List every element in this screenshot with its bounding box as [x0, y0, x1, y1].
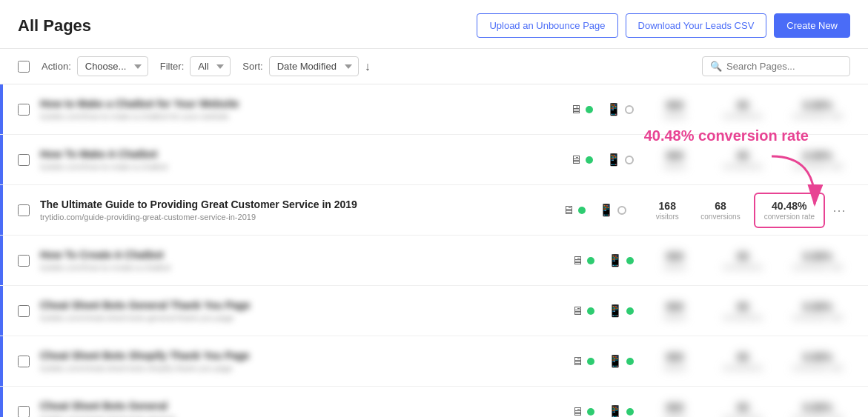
- desktop-device-group: 🖥: [570, 153, 593, 167]
- row-checkbox[interactable]: [18, 406, 30, 418]
- row-wrapper-row5: Cheat Sheet Bots General Thank You Paget…: [0, 286, 868, 336]
- sort-direction-icon[interactable]: ↓: [365, 60, 371, 73]
- page-header: All Pages Upload an Unbounce Page Downlo…: [0, 0, 868, 49]
- row-wrapper-row4: How To Create A Chatbottrytidio.com/how-…: [0, 236, 868, 286]
- blurred-conversions: 99 conversions: [715, 150, 769, 170]
- blurred-conversions: 99 conversions: [715, 401, 769, 418]
- desktop-device-group: 🖥: [572, 304, 594, 318]
- row-title: Cheat Sheet Bots Shopify Thank You Page: [40, 350, 557, 361]
- table-row-row3[interactable]: The Ultimate Guide to Providing Great Cu…: [0, 185, 868, 236]
- blurred-stats: 999 visitors 99 conversions 9.99% conver…: [649, 250, 850, 271]
- row-wrapper-row6: Cheat Sheet Bots Shopify Thank You Paget…: [0, 336, 868, 387]
- mobile-icon: 📱: [606, 102, 621, 116]
- toolbar-left: Action: Choose... Filter: All Sort: Date…: [18, 56, 702, 76]
- row-title: How to Make a Chatbot for Your Website: [40, 98, 555, 110]
- row-accent-bar: [0, 387, 3, 417]
- row-devices: 🖥 📱: [572, 253, 634, 267]
- page-title: All Pages: [18, 16, 91, 36]
- table-row-row6[interactable]: Cheat Sheet Bots Shopify Thank You Paget…: [0, 336, 868, 387]
- desktop-icon: 🖥: [563, 204, 574, 217]
- blurred-rate: 9.99% conversion rate: [785, 250, 850, 271]
- mobile-status-dot: [617, 206, 626, 215]
- row-wrapper-row7: Cheat Sheet Bots Generaltrytidio.com/che…: [0, 387, 868, 417]
- row-content: How To Make A Chatbottrytidio.com/how-to…: [40, 148, 555, 171]
- desktop-icon: 🖥: [570, 153, 582, 167]
- conversion-rate-stat: 40.48% conversion rate: [754, 193, 825, 228]
- mobile-status-dot: [625, 156, 634, 164]
- blurred-visitors: 999 visitors: [649, 401, 700, 418]
- row-more-button[interactable]: ⋯: [832, 202, 850, 218]
- row-accent-bar: [0, 286, 3, 336]
- mobile-device-group: 📱: [606, 102, 634, 116]
- blurred-conversions: 99 conversions: [715, 301, 769, 321]
- download-leads-button[interactable]: Download Your Leads CSV: [626, 13, 767, 38]
- row-url: trytidio.com/how-to-make-a-chatbot: [40, 162, 555, 171]
- row-wrapper-row2: 40.48% conversion rate How To Make A Cha…: [0, 135, 868, 185]
- row-stats: 999 visitors 99 conversions 9.99% conver…: [649, 351, 850, 372]
- table-row-row5[interactable]: Cheat Sheet Bots General Thank You Paget…: [0, 286, 868, 336]
- row-stats: 999 visitors 99 conversions 9.99% conver…: [649, 99, 850, 120]
- action-dropdown[interactable]: Choose...: [77, 56, 148, 76]
- row-checkbox[interactable]: [18, 255, 30, 267]
- desktop-icon: 🖥: [572, 405, 583, 418]
- row-title: Cheat Sheet Bots General: [40, 400, 557, 412]
- blurred-stats: 999 visitors 99 conversions 9.99% conver…: [649, 150, 850, 170]
- mobile-icon: 📱: [599, 203, 614, 217]
- row-checkbox[interactable]: [18, 204, 30, 216]
- row-accent-bar: [0, 135, 3, 184]
- table-row-row7[interactable]: Cheat Sheet Bots Generaltrytidio.com/che…: [0, 387, 868, 417]
- select-all-checkbox[interactable]: [18, 61, 30, 73]
- row-checkbox[interactable]: [18, 305, 30, 317]
- blurred-visitors: 999 visitors: [649, 301, 700, 321]
- row-content: How To Create A Chatbottrytidio.com/how-…: [40, 249, 557, 272]
- conversion-rate-value: 40.48%: [764, 200, 815, 212]
- visitors-stat: 168 visitors: [641, 200, 693, 221]
- toolbar: Action: Choose... Filter: All Sort: Date…: [0, 49, 868, 84]
- row-content: Cheat Sheet Bots Shopify Thank You Paget…: [40, 350, 557, 373]
- conversion-rate-label: conversion rate: [764, 213, 815, 221]
- create-new-button[interactable]: Create New: [774, 13, 850, 38]
- row-url: trytidio.com/how-to-create-a-chatbot: [40, 263, 557, 272]
- row-stats: 999 visitors 99 conversions 9.99% conver…: [649, 401, 850, 418]
- action-label: Action:: [42, 61, 71, 72]
- blurred-rate: 9.99% conversion rate: [785, 99, 850, 120]
- row-content: Cheat Sheet Bots General Thank You Paget…: [40, 299, 557, 322]
- sort-dropdown[interactable]: Date Modified: [269, 56, 359, 76]
- row-url: trytidio.com/cheat-sheet-bots-general: [40, 414, 557, 417]
- blurred-conversions: 99 conversions: [715, 351, 769, 372]
- upload-button[interactable]: Upload an Unbounce Page: [477, 13, 617, 38]
- mobile-device-group: 📱: [608, 354, 634, 368]
- desktop-status-dot: [587, 408, 594, 416]
- mobile-status-dot: [626, 307, 634, 315]
- blurred-rate: 9.99% conversion rate: [785, 351, 850, 372]
- row-url: trytidio.com/cheat-sheet-bots-shopify-th…: [40, 364, 557, 373]
- desktop-status-dot: [587, 358, 594, 365]
- row-title: The Ultimate Guide to Providing Great Cu…: [40, 199, 548, 210]
- row-stats: 168 visitors 68 conversions 40.48% conve…: [641, 193, 825, 228]
- row-url: trytidio.com/guide-providing-great-custo…: [40, 213, 548, 221]
- mobile-device-group: 📱: [608, 304, 634, 318]
- filter-select-wrap: Filter: All: [160, 56, 231, 76]
- row-devices: 🖥 📱: [572, 404, 634, 417]
- row-checkbox[interactable]: [18, 154, 30, 166]
- blurred-conversions: 99 conversions: [715, 250, 769, 271]
- row-checkbox[interactable]: [18, 104, 30, 116]
- row-devices: 🖥 📱: [572, 354, 634, 368]
- row-devices: 🖥 📱: [563, 203, 626, 217]
- conversions-stat: 68 conversions: [693, 200, 747, 221]
- mobile-status-dot: [625, 105, 634, 114]
- filter-dropdown[interactable]: All: [190, 56, 231, 76]
- search-icon: 🔍: [710, 61, 722, 72]
- row-accent-bar: [0, 84, 3, 134]
- blurred-rate: 9.99% conversion rate: [785, 401, 850, 418]
- row-checkbox[interactable]: [18, 356, 30, 367]
- toolbar-right: 🔍: [702, 56, 850, 76]
- blurred-stats: 999 visitors 99 conversions 9.99% conver…: [649, 301, 850, 321]
- table-row-row2[interactable]: How To Make A Chatbottrytidio.com/how-to…: [0, 135, 868, 185]
- table-row-row1[interactable]: How to Make a Chatbot for Your Websitetr…: [0, 84, 868, 135]
- blurred-stats: 999 visitors 99 conversions 9.99% conver…: [649, 401, 850, 418]
- desktop-device-group: 🖥: [563, 204, 586, 217]
- search-input[interactable]: [726, 61, 845, 72]
- row-content: The Ultimate Guide to Providing Great Cu…: [40, 199, 548, 221]
- table-row-row4[interactable]: How To Create A Chatbottrytidio.com/how-…: [0, 236, 868, 286]
